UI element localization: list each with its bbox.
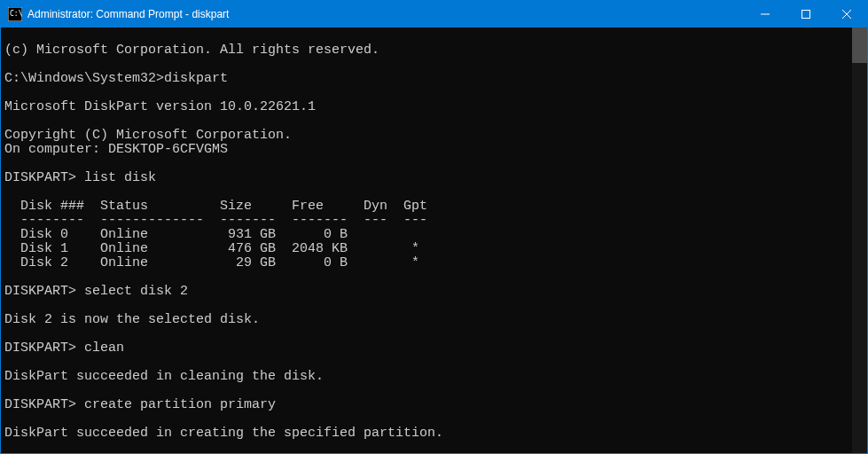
command-prompt-window: C:\ Administrator: Command Prompt - disk… bbox=[0, 0, 868, 454]
maximize-icon bbox=[802, 10, 810, 19]
terminal-line: DISKPART> list disk bbox=[4, 170, 156, 185]
close-button[interactable] bbox=[826, 1, 867, 27]
terminal-line: C:\Windows\System32>diskpart bbox=[4, 71, 228, 86]
scrollbar-thumb[interactable] bbox=[852, 27, 867, 63]
terminal-line: DiskPart succeeded in cleaning the disk. bbox=[4, 369, 324, 384]
minimize-icon bbox=[761, 10, 770, 19]
terminal-line: Disk 2 is now the selected disk. bbox=[4, 312, 260, 327]
terminal-line: (c) Microsoft Corporation. All rights re… bbox=[4, 43, 379, 58]
svg-text:C:\: C:\ bbox=[10, 10, 22, 18]
terminal-line: DISKPART> create partition primary bbox=[4, 397, 276, 412]
terminal-line: On computer: DESKTOP-6CFVGMS bbox=[4, 142, 228, 157]
close-icon bbox=[842, 10, 851, 19]
table-divider: -------- ------------- ------- ------- -… bbox=[4, 213, 427, 228]
table-row: Disk 1 Online 476 GB 2048 KB * bbox=[4, 241, 419, 256]
vertical-scrollbar[interactable] bbox=[852, 27, 867, 453]
svg-rect-3 bbox=[802, 11, 810, 19]
table-header: Disk ### Status Size Free Dyn Gpt bbox=[4, 199, 427, 214]
window-title: Administrator: Command Prompt - diskpart bbox=[27, 8, 745, 20]
window-controls bbox=[745, 1, 867, 27]
command-prompt-icon: C:\ bbox=[8, 7, 22, 21]
minimize-button[interactable] bbox=[745, 1, 786, 27]
terminal-line: DiskPart succeeded in creating the speci… bbox=[4, 426, 443, 441]
titlebar[interactable]: C:\ Administrator: Command Prompt - disk… bbox=[1, 1, 867, 27]
terminal-output[interactable]: (c) Microsoft Corporation. All rights re… bbox=[1, 27, 867, 453]
terminal-line: Copyright (C) Microsoft Corporation. bbox=[4, 128, 292, 143]
terminal-line: DISKPART> clean bbox=[4, 340, 124, 356]
table-row: Disk 2 Online 29 GB 0 B * bbox=[4, 255, 419, 270]
terminal-line: DISKPART> select disk 2 bbox=[4, 284, 188, 299]
maximize-button[interactable] bbox=[786, 1, 826, 27]
table-row: Disk 0 Online 931 GB 0 B bbox=[4, 227, 348, 242]
terminal-line: Microsoft DiskPart version 10.0.22621.1 bbox=[4, 99, 316, 114]
